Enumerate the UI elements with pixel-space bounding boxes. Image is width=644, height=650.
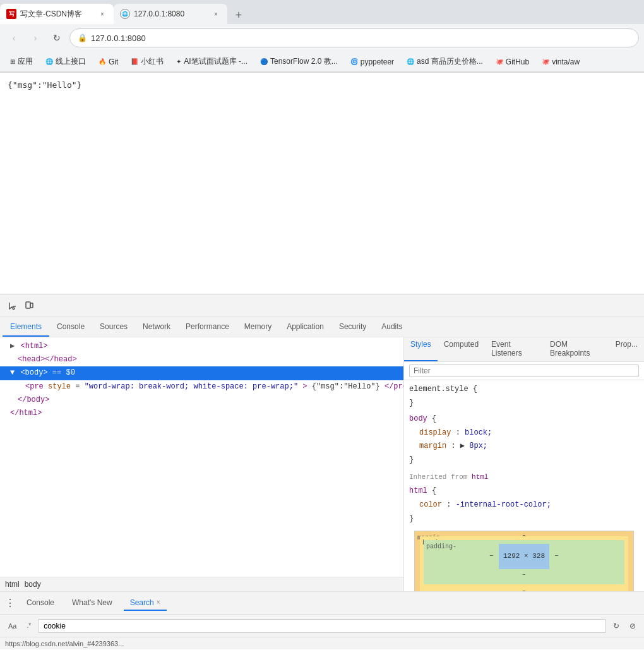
select-element-button[interactable]	[5, 298, 20, 313]
dom-line-body-close[interactable]: </body>	[0, 394, 403, 407]
html-open-brace: {	[432, 486, 436, 495]
vinta-icon: 🐙	[542, 58, 549, 65]
device-toolbar-button[interactable]	[21, 298, 37, 313]
styles-tab-event-listeners[interactable]: Event Listeners	[485, 337, 544, 361]
body-margin-prop: margin : ▶ 8px;	[409, 440, 639, 454]
search-regex[interactable]: .*	[23, 620, 34, 631]
bookmark-ai[interactable]: ✦ AI笔试面试题库 -...	[171, 54, 253, 69]
tab-memory[interactable]: Memory	[237, 317, 279, 337]
element-style-selector-text: element.style	[409, 385, 473, 394]
pre-attr: style	[48, 382, 71, 391]
bookmark-pyppeteer[interactable]: 🌀 pyppeteer	[345, 56, 399, 68]
tab-network[interactable]: Network	[135, 317, 178, 337]
status-bar: https://blog.csdn.net/alvin_#4239363...	[0, 637, 644, 649]
whatsnew-tab-label: What's New	[72, 598, 112, 607]
body-open-brace: {	[432, 414, 436, 423]
forward-button[interactable]: ›	[27, 29, 44, 47]
ai-icon: ✦	[176, 58, 181, 65]
search-case-sensitive[interactable]: Aa	[5, 620, 20, 632]
styles-content[interactable]: element.style { } body { display	[404, 380, 644, 591]
body-equals: == $0	[52, 368, 75, 377]
dom-line-pre[interactable]: <pre style = "word-wrap: break-word; whi…	[0, 380, 403, 394]
tab-application[interactable]: Application	[279, 317, 331, 337]
tab-csdn-title: 写文章-CSDN博客	[20, 9, 97, 20]
tab-console[interactable]: Console	[49, 317, 92, 337]
bookmark-price-label: asd 商品历史价格...	[417, 56, 483, 67]
pre-tag: <pre	[25, 382, 48, 391]
body-selector-row: body {	[409, 412, 639, 426]
tab-sources[interactable]: Sources	[92, 317, 135, 337]
dom-line-html[interactable]: ▶ <html>	[0, 340, 403, 353]
tab-performance[interactable]: Performance	[178, 317, 237, 337]
search-input[interactable]	[41, 620, 603, 632]
tab-security[interactable]: Security	[331, 317, 374, 337]
reload-button[interactable]: ↻	[48, 29, 66, 47]
body-open-tag: <body>	[20, 368, 47, 377]
dom-line-html-close[interactable]: </html>	[0, 407, 403, 420]
search-refresh-button[interactable]: ↻	[610, 620, 623, 632]
api-icon: 🌐	[45, 58, 53, 65]
dom-line-body[interactable]: ▼ <body> == $0	[0, 366, 403, 380]
address-bar[interactable]: 🔒 127.0.0.1:8080	[69, 28, 639, 47]
pre-equals: =	[75, 382, 80, 391]
breadcrumb-body[interactable]: body	[25, 580, 41, 589]
search-tab-close[interactable]: ×	[157, 599, 160, 606]
browser-chrome: 写 写文章-CSDN博客 × 🌐 127.0.0.1:8080 × + ‹ › …	[0, 0, 644, 73]
search-bar: Aa .* ↻ ⊘	[0, 614, 644, 637]
color-name: color	[419, 500, 442, 509]
tab-localhost[interactable]: 🌐 127.0.0.1:8080 ×	[114, 4, 227, 24]
tab-elements[interactable]: Elements	[3, 317, 49, 337]
console-tab-item-whatsnew[interactable]: What's New	[66, 596, 119, 611]
body-selector-text: body	[409, 414, 432, 423]
html-color-prop: color : -internal-root-color;	[409, 498, 639, 512]
price-icon: 🌐	[407, 58, 414, 65]
status-bar-url: https://blog.csdn.net/alvin_#4239363...	[5, 640, 124, 647]
breadcrumb-html[interactable]: html	[5, 580, 20, 589]
bookmark-price[interactable]: 🌐 asd 商品历史价格...	[402, 54, 488, 69]
bookmark-vinta-label: vinta/aw	[552, 57, 580, 66]
devtools-toolbar	[0, 294, 644, 317]
bookmark-api[interactable]: 🌐 线上接口	[40, 54, 91, 69]
styles-filter-row	[404, 362, 644, 380]
bookmark-xiaohongshu[interactable]: 📕 小红书	[126, 54, 169, 69]
styles-filter-input[interactable]	[409, 364, 639, 377]
console-tab-item-console[interactable]: Console	[20, 596, 61, 611]
console-tab-item-search[interactable]: Search ×	[124, 596, 167, 611]
tab-csdn-close[interactable]: ×	[97, 9, 107, 19]
dom-content[interactable]: ▶ <html> <head></head> ▼ <body> == $0 <p…	[0, 337, 403, 577]
body-close-tag: </body>	[18, 395, 49, 404]
apps-grid-icon: ⊞	[10, 58, 15, 65]
svg-rect-0	[26, 302, 30, 308]
github-icon: 🐙	[496, 58, 503, 65]
styles-tab-prop[interactable]: Prop...	[609, 337, 644, 361]
console-tab-label: Console	[27, 598, 54, 607]
display-value: block;	[465, 428, 492, 437]
body-close: }	[409, 454, 639, 467]
bookmark-git[interactable]: 🔥 Git	[93, 56, 123, 68]
console-dots[interactable]: ⋮	[5, 597, 15, 609]
tab-audits[interactable]: Audits	[374, 317, 410, 337]
back-button[interactable]: ‹	[5, 29, 23, 47]
box-padding: padding- – 1292 × 328 – –	[424, 540, 624, 584]
bookmark-apps[interactable]: ⊞ 应用	[5, 54, 38, 69]
styles-tab-styles[interactable]: Styles	[404, 337, 438, 361]
bookmark-vinta[interactable]: 🐙 vinta/aw	[537, 56, 585, 68]
svg-rect-1	[30, 303, 33, 308]
bookmark-github[interactable]: 🐙 GitHub	[491, 56, 534, 68]
search-clear-button[interactable]: ⊘	[626, 620, 639, 632]
pyppeteer-icon: 🌀	[350, 58, 358, 65]
box-border: border – padding- – 1292 × 328 –	[420, 536, 628, 591]
globe-favicon: 🌐	[120, 9, 130, 19]
styles-tab-computed[interactable]: Computed	[438, 337, 485, 361]
dom-panel: ▶ <html> <head></head> ▼ <body> == $0 <p…	[0, 337, 404, 591]
bookmark-ai-label: AI笔试面试题库 -...	[184, 56, 247, 67]
address-text: 127.0.0.1:8080	[91, 33, 146, 43]
new-tab-button[interactable]: +	[230, 6, 247, 24]
element-style-selector: element.style {	[409, 383, 639, 397]
color-value: -internal-root-color;	[456, 500, 551, 509]
dom-line-head[interactable]: <head></head>	[0, 353, 403, 366]
tab-localhost-close[interactable]: ×	[211, 9, 221, 19]
bookmark-tensorflow[interactable]: 🔵 TensorFlow 2.0 教...	[255, 54, 343, 69]
styles-tab-dom-breakpoints[interactable]: DOM Breakpoints	[544, 337, 609, 361]
tab-csdn[interactable]: 写 写文章-CSDN博客 ×	[0, 4, 114, 24]
